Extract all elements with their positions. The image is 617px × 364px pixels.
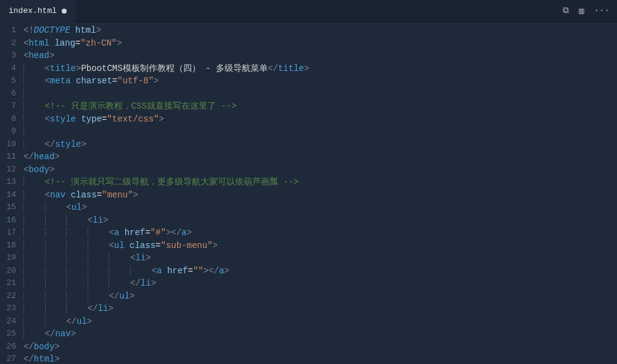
code-line[interactable]: <title>PbootCMS模板制作教程（四） - 多级导航菜单</title… [23,62,617,75]
code-line[interactable]: </style> [23,138,617,151]
line-number: 9 [0,125,16,138]
code-line[interactable]: </ul> [23,290,617,303]
code-line[interactable]: <head> [23,49,617,62]
line-number: 22 [0,290,16,303]
line-number: 20 [0,265,16,278]
code-line[interactable]: <nav class="menu"> [23,189,617,202]
code-line[interactable]: <style type="text/css"> [23,113,617,126]
code-line[interactable]: <a href="#"></a> [23,226,617,239]
code-line[interactable]: <!-- 只是演示教程，CSS就直接写在这里了 --> [23,100,617,113]
line-number: 4 [0,62,16,75]
code-line[interactable]: <body> [23,163,617,176]
line-number: 24 [0,315,16,328]
line-number: 16 [0,214,16,227]
line-number: 13 [0,176,16,189]
line-number: 15 [0,201,16,214]
line-number: 26 [0,341,16,354]
code-line[interactable]: </body> [23,341,617,354]
line-number: 10 [0,138,16,151]
line-number: 1 [0,24,16,37]
code-line[interactable]: <html lang="zh-CN"> [23,37,617,50]
code-line[interactable]: </li> [23,277,617,290]
line-number: 8 [0,113,16,126]
code-content[interactable]: <!DOCTYPE html><html lang="zh-CN"><head>… [23,22,617,364]
code-line[interactable]: <ul> [23,201,617,214]
line-number: 23 [0,302,16,315]
code-line[interactable]: <li> [23,214,617,227]
code-line[interactable]: </head> [23,151,617,163]
line-number: 25 [0,328,16,341]
line-number: 12 [0,163,16,176]
code-line[interactable]: <a href=""></a> [23,265,617,278]
compare-icon[interactable]: ⧉ [563,6,569,16]
line-number: 5 [0,75,16,88]
tab-filename: index.html [9,6,57,15]
editor-tab[interactable]: index.html [0,0,75,22]
line-number: 18 [0,239,16,252]
line-number: 27 [0,353,16,364]
line-number: 17 [0,226,16,239]
code-line[interactable] [23,125,617,138]
line-number: 21 [0,277,16,290]
tab-actions: ⧉ ▥ ··· [563,6,617,16]
code-line[interactable]: <meta charset="utf-8"> [23,75,617,88]
code-line[interactable]: </ul> [23,315,617,328]
line-number: 2 [0,37,16,50]
code-line[interactable]: </html> [23,353,617,364]
code-line[interactable]: <!DOCTYPE html> [23,24,617,37]
line-number: 7 [0,100,16,113]
code-line[interactable]: </li> [23,302,617,315]
more-icon[interactable]: ··· [594,6,610,16]
code-line[interactable]: </nav> [23,328,617,341]
code-line[interactable] [23,88,617,101]
line-number: 14 [0,189,16,202]
line-number: 11 [0,151,16,163]
modified-dot-icon [62,9,67,14]
code-line[interactable]: <!-- 演示就只写二级导航，更多级导航大家可以依葫芦画瓢 --> [23,176,617,189]
tab-bar: index.html ⧉ ▥ ··· [0,0,617,22]
line-number: 19 [0,252,16,265]
editor-area[interactable]: 1234567891011121314151617181920212223242… [0,22,617,364]
line-number: 3 [0,49,16,62]
code-line[interactable]: <ul class="sub-menu"> [23,239,617,252]
line-number: 6 [0,88,16,101]
code-line[interactable]: <li> [23,252,617,265]
line-number-gutter: 1234567891011121314151617181920212223242… [0,22,23,364]
split-editor-icon[interactable]: ▥ [579,6,584,16]
